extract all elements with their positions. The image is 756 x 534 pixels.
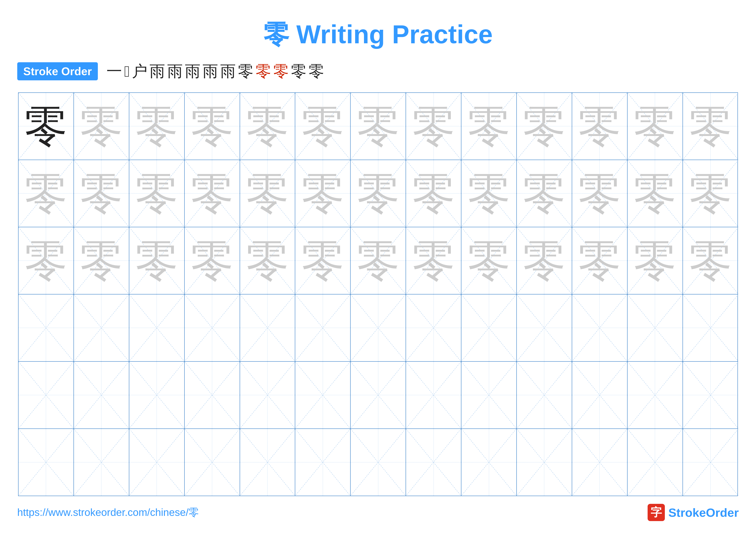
grid-cell-1-1[interactable]: 零 [18,93,74,160]
practice-char: 零 [523,239,566,282]
grid-cell-1-3[interactable]: 零 [129,93,185,160]
grid-cell-5-11[interactable] [572,362,628,428]
grid-cell-4-10[interactable] [517,294,572,361]
grid-cell-4-3[interactable] [129,294,185,361]
grid-cell-6-7[interactable] [351,429,406,496]
grid-cell-1-13[interactable]: 零 [683,93,738,160]
grid-cell-5-3[interactable] [129,362,185,428]
grid-cell-5-5[interactable] [240,362,295,428]
grid-cell-6-11[interactable] [572,429,628,496]
practice-char: 零 [246,105,289,148]
svg-line-114 [295,362,350,428]
grid-cell-4-2[interactable] [74,294,129,361]
grid-cell-1-5[interactable]: 零 [240,93,295,160]
grid-cell-6-10[interactable] [517,429,572,496]
grid-cell-2-3[interactable]: 零 [129,160,185,227]
grid-cell-2-12[interactable]: 零 [628,160,683,227]
practice-char: 零 [578,105,621,148]
grid-cell-1-11[interactable]: 零 [572,93,628,160]
grid-cell-4-9[interactable] [461,294,517,361]
grid-cell-4-11[interactable] [572,294,628,361]
grid-cell-6-1[interactable] [18,429,74,496]
grid-cell-6-4[interactable] [185,429,240,496]
grid-cell-1-10[interactable]: 零 [517,93,572,160]
grid-cell-3-3[interactable]: 零 [129,227,185,294]
svg-line-86 [240,294,295,361]
svg-line-103 [683,294,738,361]
grid-cell-2-5[interactable]: 零 [240,160,295,227]
grid-cell-3-13[interactable]: 零 [683,227,738,294]
grid-cell-3-5[interactable]: 零 [240,227,295,294]
grid-cell-6-9[interactable] [461,429,517,496]
grid-cell-4-13[interactable] [683,294,738,361]
grid-cell-3-7[interactable]: 零 [351,227,406,294]
grid-cell-3-1[interactable]: 零 [18,227,74,294]
grid-cell-2-10[interactable]: 零 [517,160,572,227]
practice-char: 零 [246,239,289,282]
svg-line-111 [185,362,240,428]
svg-line-110 [185,362,240,428]
grid-row-3: 零 零 零 零 零 零 零 [18,227,738,294]
grid-cell-4-6[interactable] [295,294,351,361]
grid-cell-1-9[interactable]: 零 [461,93,517,160]
grid-cell-3-12[interactable]: 零 [628,227,683,294]
grid-cell-6-12[interactable] [628,429,683,496]
grid-cell-2-6[interactable]: 零 [295,160,351,227]
grid-cell-2-9[interactable]: 零 [461,160,517,227]
grid-cell-3-2[interactable]: 零 [74,227,129,294]
grid-cell-5-9[interactable] [461,362,517,428]
grid-cell-4-4[interactable] [185,294,240,361]
grid-cell-5-13[interactable] [683,362,738,428]
grid-cell-5-7[interactable] [351,362,406,428]
grid-cell-4-1[interactable] [18,294,74,361]
grid-cell-2-4[interactable]: 零 [185,160,240,227]
svg-line-139 [240,429,295,496]
grid-cell-4-8[interactable] [406,294,461,361]
grid-cell-5-10[interactable] [517,362,572,428]
grid-cell-2-13[interactable]: 零 [683,160,738,227]
svg-line-150 [572,429,627,496]
grid-cell-2-2[interactable]: 零 [74,160,129,227]
grid-cell-3-4[interactable]: 零 [185,227,240,294]
grid-cell-5-1[interactable] [18,362,74,428]
grid-cell-6-2[interactable] [74,429,129,496]
grid-cell-5-8[interactable] [406,362,461,428]
grid-row-2: 零 零 零 零 零 零 零 [18,160,738,227]
svg-line-143 [351,429,406,496]
grid-cell-6-8[interactable] [406,429,461,496]
practice-char: 零 [191,172,233,215]
grid-cell-3-10[interactable]: 零 [517,227,572,294]
grid-cell-4-12[interactable] [628,294,683,361]
grid-cell-4-5[interactable] [240,294,295,361]
grid-cell-6-13[interactable] [683,429,738,496]
grid-cell-1-7[interactable]: 零 [351,93,406,160]
grid-cell-5-2[interactable] [74,362,129,428]
grid-cell-1-2[interactable]: 零 [74,93,129,160]
grid-cell-5-12[interactable] [628,362,683,428]
grid-cell-1-4[interactable]: 零 [185,93,240,160]
practice-char: 零 [634,105,676,148]
grid-cell-3-8[interactable]: 零 [406,227,461,294]
grid-cell-3-9[interactable]: 零 [461,227,517,294]
grid-cell-5-6[interactable] [295,362,351,428]
grid-cell-1-6[interactable]: 零 [295,93,351,160]
stroke-2: 𠃌 [124,63,130,80]
grid-cell-6-3[interactable] [129,429,185,496]
grid-cell-1-8[interactable]: 零 [406,93,461,160]
svg-line-144 [406,429,461,496]
svg-line-142 [351,429,406,496]
grid-cell-3-6[interactable]: 零 [295,227,351,294]
grid-cell-6-5[interactable] [240,429,295,496]
grid-cell-1-12[interactable]: 零 [628,93,683,160]
grid-cell-2-8[interactable]: 零 [406,160,461,227]
grid-cell-4-7[interactable] [351,294,406,361]
grid-cell-2-7[interactable]: 零 [351,160,406,227]
svg-line-102 [683,294,738,361]
grid-cell-5-4[interactable] [185,362,240,428]
grid-cell-2-11[interactable]: 零 [572,160,628,227]
footer-url[interactable]: https://www.strokeorder.com/chinese/零 [17,506,199,519]
grid-cell-2-1[interactable]: 零 [18,160,74,227]
grid-cell-6-6[interactable] [295,429,351,496]
grid-cell-3-11[interactable]: 零 [572,227,628,294]
practice-char: 零 [412,105,455,148]
